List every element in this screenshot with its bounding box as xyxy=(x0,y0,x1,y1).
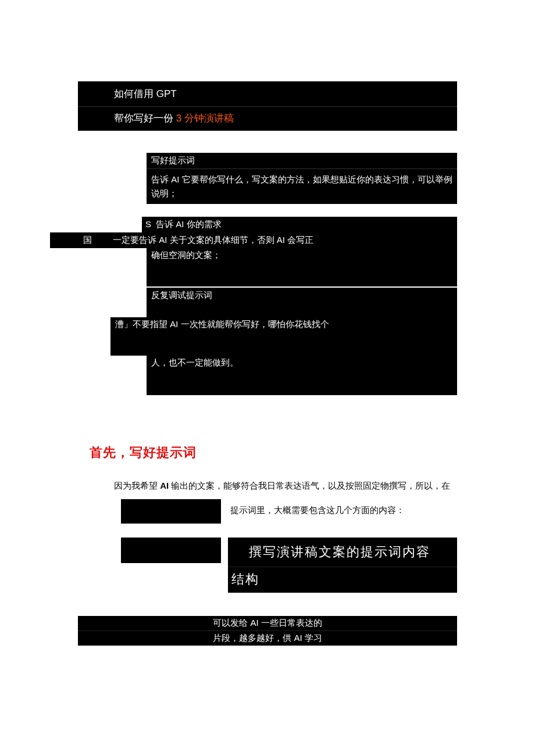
paragraph-1: 因为我希望 AI 输出的文案，能够符合我日常表达语气，以及按照固定物撰写，所以，… xyxy=(114,478,457,493)
black-spacer-1 xyxy=(121,499,221,524)
spacer-row-2: 撰写演讲稿文案的提示词内容 结构 xyxy=(121,538,457,593)
step-2-s-label: S xyxy=(145,219,151,229)
para1-prefix: 因为我希望 xyxy=(114,481,160,490)
para1-bold: AI xyxy=(160,481,169,490)
after-spacer-text: 提示词里，大概需要包含这几个方面的内容： xyxy=(221,499,405,516)
step-1-heading: 写好提示词 xyxy=(147,153,457,169)
footer-line-2: 片段，越多越好，供 AI 学习 xyxy=(78,631,457,646)
step-3-line-2: 漕」不要指望 AI 一次性就能帮你写好，哪怕你花钱找个 xyxy=(110,317,457,356)
step-2-heading: S 告诉 AI 你的需求 xyxy=(142,217,457,232)
title-line-1: 如何借用 GPT xyxy=(78,81,457,107)
step-2-line-3: 确但空洞的文案； xyxy=(147,248,457,286)
para1-suffix: 输出的文案，能够符合我日常表达语气，以及按照固定物撰写，所以，在 xyxy=(169,481,450,490)
footer-line-1: 可以发给 AI 一些日常表达的 xyxy=(78,616,457,631)
big-black-box: 撰写演讲稿文案的提示词内容 结构 xyxy=(228,538,457,593)
step-1-body: 告诉 AI 它要帮你写什么，写文案的方法，如果想贴近你的表达习惯，可以举例说明； xyxy=(147,169,457,204)
step-2-heading-text: 告诉 AI 你的需求 xyxy=(154,219,222,229)
title-line-2-highlight: 3 分钟演讲稿 xyxy=(176,113,234,124)
step-2: S 告诉 AI 你的需求 国 一定要告诉 AI 关于文案的具体细节，否则 AI … xyxy=(0,217,535,286)
step-3-heading: 反复调试提示词 xyxy=(147,288,457,317)
black-spacer-2 xyxy=(121,538,221,563)
step-3-line-3: 人，也不一定能做到。 xyxy=(147,356,457,395)
title-line-2-prefix: 帮你写好一份 xyxy=(114,113,176,124)
step-3: 反复调试提示词 漕」不要指望 AI 一次性就能帮你写好，哪怕你花钱找个 人，也不… xyxy=(0,288,535,395)
document-page: 如何借用 GPT 帮你写好一份 3 分钟演讲稿 写好提示词 告诉 AI 它要帮你… xyxy=(0,0,535,669)
step-2-line-2: 国 一定要告诉 AI 关于文案的具体细节，否则 AI 会写正 xyxy=(50,232,457,248)
big-box-line-1: 撰写演讲稿文案的提示词内容 xyxy=(228,538,457,567)
step-2-guo: 国 xyxy=(50,232,97,248)
spacer-row-1: 提示词里，大概需要包含这几个方面的内容： xyxy=(121,499,457,524)
title-block: 如何借用 GPT 帮你写好一份 3 分钟演讲稿 xyxy=(78,81,457,131)
title-line-2: 帮你写好一份 3 分钟演讲稿 xyxy=(78,107,457,131)
big-box-line-2: 结构 xyxy=(228,567,457,593)
section-heading-red: 首先，写好提示词 xyxy=(90,444,535,461)
steps-section: 写好提示词 告诉 AI 它要帮你写什么，写文案的方法，如果想贴近你的表达习惯，可… xyxy=(0,153,535,395)
step-1: 写好提示词 告诉 AI 它要帮你写什么，写文案的方法，如果想贴近你的表达习惯，可… xyxy=(147,153,457,204)
step-2-line-2-text: 一定要告诉 AI 关于文案的具体细节，否则 AI 会写正 xyxy=(97,232,457,248)
footer-block: 可以发给 AI 一些日常表达的 片段，越多越好，供 AI 学习 xyxy=(78,616,457,646)
